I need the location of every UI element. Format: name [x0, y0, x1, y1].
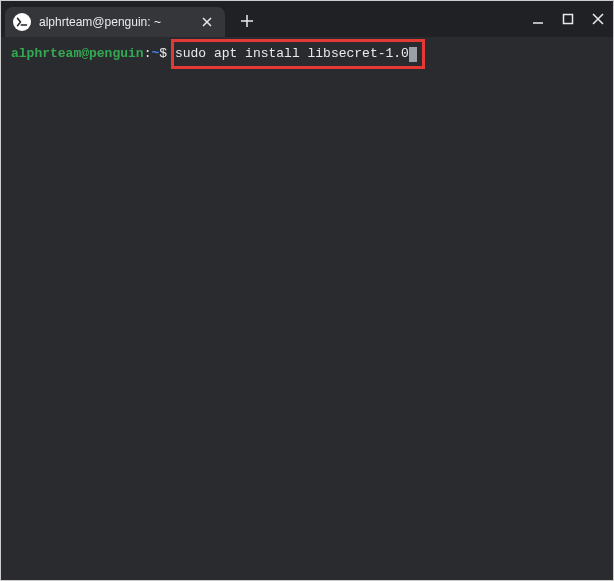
window-controls: [529, 1, 607, 37]
command-highlighted: sudo apt install libsecret-1.0: [175, 45, 417, 63]
tab-title: alphrteam@penguin: ~: [39, 15, 191, 29]
prompt-line: alphrteam@penguin:~$ sudo apt install li…: [11, 45, 603, 63]
maximize-button[interactable]: [559, 10, 577, 28]
cursor: [409, 47, 417, 62]
prompt-symbol: $: [159, 45, 167, 63]
command-text: sudo apt install libsecret-1.0: [175, 45, 409, 63]
tab-close-button[interactable]: [199, 14, 215, 30]
titlebar: alphrteam@penguin: ~: [1, 1, 613, 37]
new-tab-button[interactable]: [233, 7, 261, 35]
terminal-icon: [13, 13, 31, 31]
terminal-window: alphrteam@penguin: ~ alphrteam@penguin:~…: [0, 0, 614, 581]
prompt-separator: :: [144, 45, 152, 63]
minimize-button[interactable]: [529, 10, 547, 28]
svg-rect-0: [564, 15, 573, 24]
terminal-body[interactable]: alphrteam@penguin:~$ sudo apt install li…: [1, 37, 613, 580]
close-button[interactable]: [589, 10, 607, 28]
prompt-path: ~: [151, 45, 159, 63]
prompt-userhost: alphrteam@penguin: [11, 45, 144, 63]
tab-active[interactable]: alphrteam@penguin: ~: [5, 7, 225, 37]
